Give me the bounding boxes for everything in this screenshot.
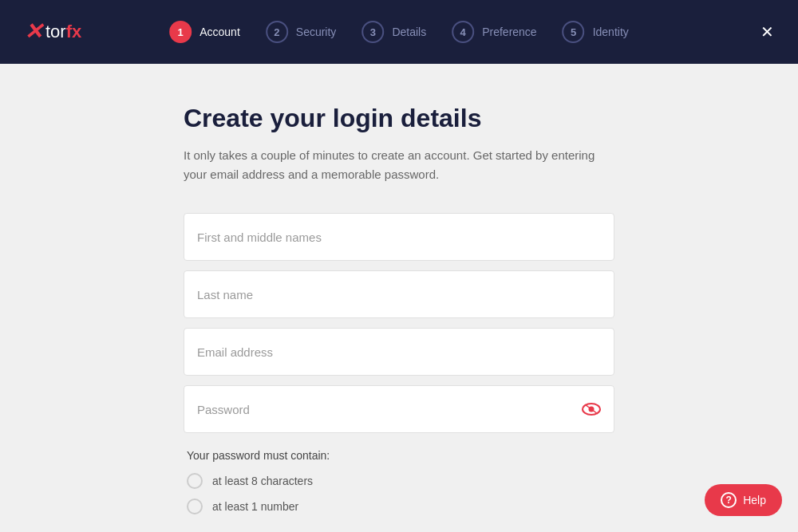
form-container: Create your login details It only takes …	[184, 104, 614, 524]
close-button[interactable]: ✕	[760, 24, 774, 40]
step-label-security: Security	[296, 26, 337, 38]
nav-step-account[interactable]: 1Account	[169, 21, 240, 43]
step-number-4: 4	[452, 21, 474, 43]
input-email-address[interactable]	[197, 345, 601, 359]
requirement-radio	[187, 499, 203, 514]
field-first-middle-names	[184, 213, 614, 261]
field-last-name	[184, 270, 614, 318]
help-button[interactable]: ? Help	[705, 484, 782, 516]
nav-step-identity[interactable]: 5Identity	[563, 21, 629, 43]
requirements-title: Your password must contain:	[187, 449, 614, 462]
page-subtitle: It only takes a couple of minutes to cre…	[184, 146, 598, 184]
nav-step-security[interactable]: 2Security	[266, 21, 337, 43]
form-fields	[184, 213, 614, 433]
eye-icon	[582, 403, 601, 416]
requirement-text-1: at least 1 number	[212, 500, 298, 513]
nav-step-preference[interactable]: 4Preference	[452, 21, 536, 43]
help-label: Help	[743, 494, 766, 506]
logo-text: torfx	[45, 22, 81, 42]
field-email-address	[184, 328, 614, 376]
step-number-5: 5	[563, 21, 585, 43]
step-number-3: 3	[361, 21, 384, 43]
main-content: Create your login details It only takes …	[0, 64, 798, 532]
page-title: Create your login details	[184, 104, 614, 133]
logo-x-icon: ✕	[24, 21, 42, 43]
step-number-2: 2	[266, 21, 288, 43]
logo-tor: tor	[45, 22, 66, 41]
svg-line-2	[585, 404, 598, 414]
step-label-account: Account	[200, 26, 240, 38]
help-icon: ?	[721, 492, 737, 508]
step-label-identity: Identity	[593, 26, 629, 38]
requirement-text-0: at least 8 characters	[212, 475, 313, 487]
input-last-name[interactable]	[197, 288, 601, 301]
requirements-list: at least 8 charactersat least 1 number	[187, 473, 614, 514]
nav-step-details[interactable]: 3Details	[361, 21, 426, 43]
password-toggle-button[interactable]	[582, 403, 601, 416]
logo-fx: fx	[66, 22, 82, 41]
input-password[interactable]	[197, 403, 601, 416]
logo: ✕ torfx	[24, 21, 81, 43]
input-first-middle-names[interactable]	[197, 231, 601, 244]
password-requirements: Your password must contain: at least 8 c…	[184, 449, 614, 514]
header: ✕ torfx 1Account2Security3Details4Prefer…	[0, 0, 798, 64]
nav-steps: 1Account2Security3Details4Preference5Ide…	[169, 21, 629, 43]
requirement-item-0: at least 8 characters	[187, 473, 614, 489]
field-password	[184, 385, 614, 433]
requirement-item-1: at least 1 number	[187, 499, 614, 514]
step-number-1: 1	[169, 21, 192, 43]
step-label-details: Details	[392, 26, 426, 38]
requirement-radio	[187, 473, 203, 489]
step-label-preference: Preference	[482, 26, 536, 38]
